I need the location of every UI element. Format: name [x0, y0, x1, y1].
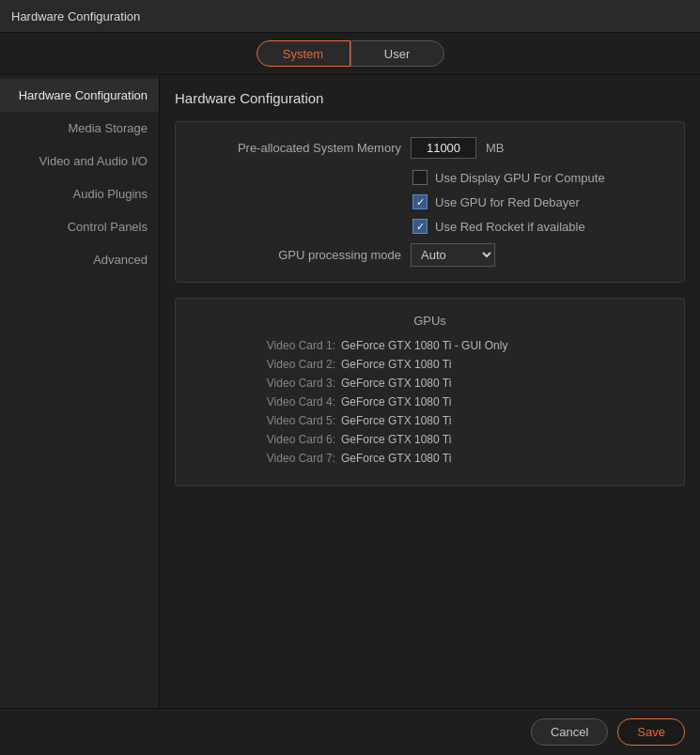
gpu-row-4: Video Card 5: GeForce GTX 1080 Ti: [194, 414, 665, 427]
checkbox-row-display-gpu: Use Display GPU For Compute: [412, 170, 665, 185]
sidebar-item-video-audio-io[interactable]: Video and Audio I/O: [0, 145, 159, 177]
title-bar-text: Hardware Configuration: [11, 9, 140, 23]
gpu-card-label-2: Video Card 3:: [251, 377, 335, 390]
system-memory-input[interactable]: [411, 137, 476, 159]
content-title: Hardware Configuration: [175, 90, 685, 106]
gpu-card-value-5: GeForce GTX 1080 Ti: [341, 433, 451, 446]
gpu-card-value-2: GeForce GTX 1080 Ti: [341, 377, 451, 390]
gpu-card-value-1: GeForce GTX 1080 Ti: [341, 358, 451, 371]
gpu-row-5: Video Card 6: GeForce GTX 1080 Ti: [194, 433, 665, 446]
checkbox-red-debayer-label: Use GPU for Red Debayer: [435, 195, 580, 209]
gpu-card-value-0: GeForce GTX 1080 Ti - GUI Only: [341, 339, 507, 352]
gpu-row-0: Video Card 1: GeForce GTX 1080 Ti - GUI …: [194, 339, 665, 352]
gpu-processing-mode-select[interactable]: Auto CUDA OpenCL Metal: [411, 243, 495, 267]
save-button[interactable]: Save: [617, 718, 685, 746]
gpu-card-value-6: GeForce GTX 1080 Ti: [341, 452, 451, 465]
checkbox-red-debayer[interactable]: [412, 194, 428, 209]
gpu-card-label-4: Video Card 5:: [251, 414, 335, 427]
gpus-title: GPUs: [194, 314, 665, 328]
checkbox-display-gpu-label: Use Display GPU For Compute: [435, 171, 605, 185]
sidebar: Hardware Configuration Media Storage Vid…: [0, 75, 160, 708]
gpu-row-2: Video Card 3: GeForce GTX 1080 Ti: [194, 377, 665, 390]
gpus-panel: GPUs Video Card 1: GeForce GTX 1080 Ti -…: [175, 298, 685, 486]
content-area: Hardware Configuration Pre-allocated Sys…: [160, 75, 700, 708]
tab-row: System User: [0, 33, 700, 75]
hardware-config-panel: Pre-allocated System Memory MB Use Displ…: [175, 121, 685, 283]
gpu-card-value-4: GeForce GTX 1080 Ti: [341, 414, 451, 427]
gpu-card-label-3: Video Card 4:: [251, 395, 335, 408]
gpu-card-label-0: Video Card 1:: [251, 339, 335, 352]
sidebar-item-control-panels[interactable]: Control Panels: [0, 210, 159, 243]
gpu-processing-mode-label: GPU processing mode: [194, 248, 401, 262]
gpu-row-6: Video Card 7: GeForce GTX 1080 Ti: [194, 452, 665, 465]
sidebar-item-media-storage[interactable]: Media Storage: [0, 112, 159, 145]
sidebar-item-advanced[interactable]: Advanced: [0, 243, 159, 276]
gpu-card-label-5: Video Card 6:: [251, 433, 335, 446]
main-layout: Hardware Configuration Media Storage Vid…: [0, 75, 700, 708]
checkbox-red-rocket[interactable]: [412, 219, 428, 234]
tab-system[interactable]: System: [257, 40, 350, 67]
gpu-card-label-1: Video Card 2:: [251, 358, 335, 371]
checkbox-row-red-debayer: Use GPU for Red Debayer: [412, 194, 665, 209]
gpu-row-1: Video Card 2: GeForce GTX 1080 Ti: [194, 358, 665, 371]
gpu-row-3: Video Card 4: GeForce GTX 1080 Ti: [194, 395, 665, 408]
footer: Cancel Save: [0, 708, 700, 755]
gpu-card-value-3: GeForce GTX 1080 Ti: [341, 395, 451, 408]
gpu-card-label-6: Video Card 7:: [251, 452, 335, 465]
system-memory-row: Pre-allocated System Memory MB: [194, 137, 665, 159]
checkbox-row-red-rocket: Use Red Rocket if available: [412, 219, 665, 234]
cancel-button[interactable]: Cancel: [531, 718, 608, 746]
sidebar-item-hardware-configuration[interactable]: Hardware Configuration: [0, 79, 159, 112]
system-memory-label: Pre-allocated System Memory: [194, 141, 401, 155]
tab-user[interactable]: User: [350, 40, 444, 67]
gpu-processing-mode-row: GPU processing mode Auto CUDA OpenCL Met…: [194, 243, 665, 267]
title-bar: Hardware Configuration: [0, 0, 700, 33]
system-memory-unit: MB: [486, 141, 505, 155]
sidebar-item-audio-plugins[interactable]: Audio Plugins: [0, 177, 159, 210]
checkbox-display-gpu[interactable]: [412, 170, 428, 185]
checkbox-red-rocket-label: Use Red Rocket if available: [435, 220, 585, 234]
